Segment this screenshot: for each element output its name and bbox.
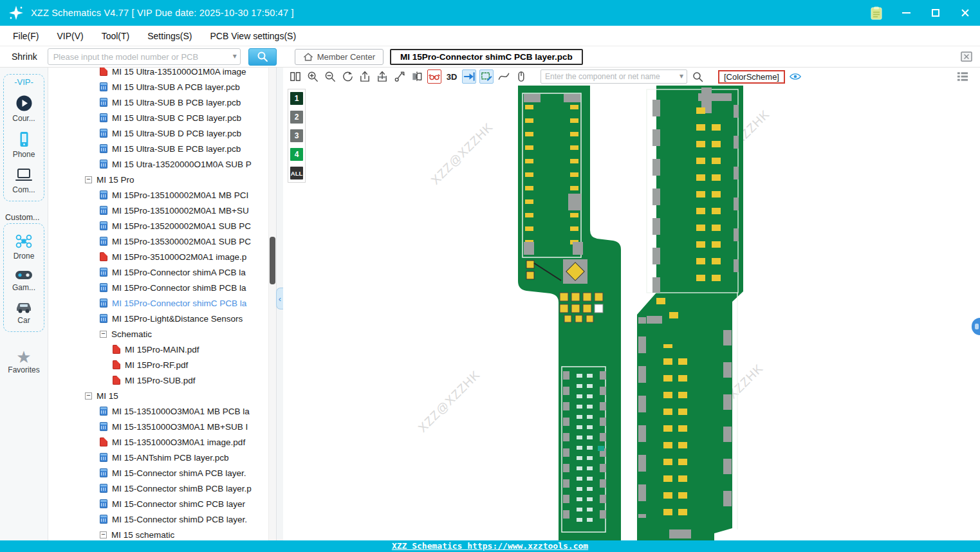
tree-item-label: MI 15 Pro xyxy=(97,175,134,185)
pcb-file-icon xyxy=(100,283,107,292)
minimize-button[interactable] xyxy=(899,6,913,20)
tree-file-row[interactable]: MI 15Pro-135200002M0A1 SUB PC xyxy=(48,218,268,234)
file-tree-panel: MI 15 Ultra-1351000O1M0A imageMI 15 Ultr… xyxy=(48,68,277,540)
measure-curve-icon[interactable] xyxy=(497,69,511,84)
colorscheme-button[interactable]: [ColorScheme] xyxy=(718,70,785,84)
member-center-button[interactable]: Member Center xyxy=(295,49,384,65)
sidebar-item-phone[interactable]: Phone xyxy=(4,131,44,159)
sidebar-item-computer[interactable]: Com... xyxy=(4,167,44,194)
close-button[interactable] xyxy=(958,6,972,20)
tree-file-row[interactable]: MI 15-Connector shimB PCB layer.p xyxy=(48,481,268,496)
collapse-minus-icon[interactable] xyxy=(100,331,107,338)
layer-1-button[interactable]: 1 xyxy=(290,92,303,105)
tree-file-row[interactable]: MI 15 Utra-13520000O1M0A SUB P xyxy=(48,156,268,172)
pcb-board-left[interactable] xyxy=(518,86,621,540)
collapse-minus-icon[interactable] xyxy=(85,392,92,400)
tree-file-row[interactable]: MI 15-Connector shimC PCB layer xyxy=(48,496,268,511)
close-tab-panel-icon[interactable] xyxy=(959,50,974,64)
component-search-input[interactable] xyxy=(541,69,687,84)
menubar: File(F) VIP(V) Tool(T) Settings(S) PCB V… xyxy=(0,26,980,46)
layer-all-button[interactable]: ALL xyxy=(290,167,303,179)
shrink-button[interactable]: Shrink xyxy=(5,51,44,62)
board-bottom-view-icon[interactable] xyxy=(375,69,389,84)
area-select-icon[interactable] xyxy=(479,69,494,84)
zoom-in-icon[interactable] xyxy=(306,69,320,84)
net-probe-icon[interactable] xyxy=(393,69,407,84)
tree-file-row[interactable]: MI 15Pro-135100002M0A1 MB+SU xyxy=(48,203,268,218)
component-search-combo: ▾ xyxy=(541,69,687,84)
maximize-button[interactable] xyxy=(929,6,943,20)
active-document-tab[interactable]: MI 15Pro-Connector shimC PCB layer.pcb xyxy=(390,49,583,65)
board-top-view-icon[interactable] xyxy=(358,69,372,84)
vip-section-label: -VIP- xyxy=(4,77,44,87)
menu-pcb-view-settings[interactable]: PCB View settings(S) xyxy=(201,26,305,46)
tree-item-label: MI 15Pro-Connector shimA PCB la xyxy=(112,268,246,277)
tree-file-row[interactable]: MI 15-1351000O3M0A1 MB PCB la xyxy=(48,403,268,419)
tree-file-row[interactable]: MI 15Pro-Connector shimA PCB la xyxy=(48,264,268,280)
layer-4-button[interactable]: 4 xyxy=(290,148,303,161)
tree-file-row[interactable]: MI 15-1351000O3M0A1 MB+SUB I xyxy=(48,419,268,434)
tree-file-row[interactable]: MI 15Pro-RF.pdf xyxy=(48,357,268,373)
layer-3-button[interactable]: 3 xyxy=(290,129,303,142)
mouse-icon[interactable] xyxy=(514,69,528,84)
tree-file-row[interactable]: MI 15 Ultra-SUB C PCB layer.pcb xyxy=(48,110,268,125)
sidebar-item-favorites[interactable]: ★ Favorites xyxy=(0,349,48,374)
tree-group-row[interactable]: MI 15 schematic xyxy=(48,527,268,540)
tree-file-row[interactable]: MI 15 Ultra-SUB D PCB layer.pcb xyxy=(48,125,268,141)
layer-panel-icon[interactable] xyxy=(956,69,970,84)
menu-settings[interactable]: Settings(S) xyxy=(138,26,201,46)
sidebar-item-game[interactable]: Gam... xyxy=(4,268,44,292)
3d-view-button[interactable]: 3D xyxy=(445,69,459,84)
tree-file-row[interactable]: MI 15Pro-Connector shimB PCB la xyxy=(48,280,268,295)
tree-item-label: MI 15 Ultra-SUB A PCB layer.pcb xyxy=(112,82,240,92)
collapse-minus-icon[interactable] xyxy=(85,176,92,183)
tree-file-row[interactable]: MI 15 Ultra-SUB E PCB layer.pcb xyxy=(48,141,268,156)
jump-arrow-icon[interactable] xyxy=(462,69,476,84)
tree-file-row[interactable]: MI 15-1351000O3M0A1 image.pdf xyxy=(48,434,268,450)
collapse-tree-handle[interactable]: ‹ xyxy=(276,288,283,309)
pcb-file-icon xyxy=(100,407,107,416)
component-search-icon[interactable] xyxy=(690,69,705,84)
tree-scrollbar[interactable] xyxy=(268,68,276,540)
model-search-button[interactable] xyxy=(248,48,277,66)
tree-item-label: MI 15-1351000O3M0A1 image.pdf xyxy=(112,437,245,447)
menu-tool[interactable]: Tool(T) xyxy=(93,26,139,46)
zoom-out-icon[interactable] xyxy=(323,69,337,84)
split-view-icon[interactable] xyxy=(288,69,302,84)
pcb-canvas[interactable]: 1 2 3 4 ALL XZZ@XZZHK XZZ@XZZHK XZZ@XZZH… xyxy=(283,86,980,540)
model-search-input[interactable] xyxy=(48,48,241,65)
tree-file-row[interactable]: MI 15Pro-Connector shimC PCB la xyxy=(48,295,268,311)
visibility-eye-icon[interactable] xyxy=(788,69,802,84)
license-clipboard-icon[interactable] xyxy=(869,6,883,20)
tree-file-row[interactable]: MI 15Pro-351000O2M0A1 image.p xyxy=(48,249,268,264)
tree-file-row[interactable]: MI 15Pro-135100002M0A1 MB PCI xyxy=(48,187,268,203)
tree-group-row[interactable]: MI 15 Pro xyxy=(48,172,268,187)
tree-file-row[interactable]: MI 15-ANTshim PCB layer.pcb xyxy=(48,450,268,465)
tree-file-row[interactable]: MI 15 Ultra-SUB B PCB layer.pcb xyxy=(48,95,268,110)
mirror-flip-icon[interactable] xyxy=(410,69,424,84)
tree-scrollbar-thumb[interactable] xyxy=(270,237,275,284)
sidebar-item-car[interactable]: Car xyxy=(4,300,44,325)
red-highlight-glasses-icon[interactable] xyxy=(427,69,441,84)
tree-file-row[interactable]: MI 15-Connector shimD PCB layer. xyxy=(48,511,268,527)
sidebar-item-course[interactable]: Cour... xyxy=(4,95,44,123)
tree-file-row[interactable]: MI 15 Ultra-SUB A PCB layer.pcb xyxy=(48,79,268,95)
pcb-board-right[interactable] xyxy=(637,86,743,540)
rotate-icon[interactable] xyxy=(340,69,355,84)
tree-file-row[interactable]: MI 15Pro-Light&Distance Sensors xyxy=(48,311,268,326)
gamepad-icon xyxy=(14,268,33,281)
menu-file[interactable]: File(F) xyxy=(4,26,48,46)
collapse-minus-icon[interactable] xyxy=(100,531,107,538)
tree-file-row[interactable]: MI 15Pro-MAIN.pdf xyxy=(48,342,268,357)
tree-file-row[interactable]: MI 15-Connector shimA PCB layer. xyxy=(48,465,268,481)
tree-file-row[interactable]: MI 15 Ultra-1351000O1M0A image xyxy=(48,68,268,79)
pcb-file-icon xyxy=(100,453,107,462)
sidebar-item-drone[interactable]: Drone xyxy=(4,233,44,261)
pcb-render[interactable] xyxy=(283,86,980,540)
tree-group-row[interactable]: Schematic xyxy=(48,326,268,342)
tree-group-row[interactable]: MI 15 xyxy=(48,388,268,403)
tree-file-row[interactable]: MI 15Pro-SUB.pdf xyxy=(48,373,268,388)
tree-file-row[interactable]: MI 15Pro-135300002M0A1 SUB PC xyxy=(48,234,268,249)
layer-2-button[interactable]: 2 xyxy=(290,111,303,124)
menu-vip[interactable]: VIP(V) xyxy=(48,26,92,46)
